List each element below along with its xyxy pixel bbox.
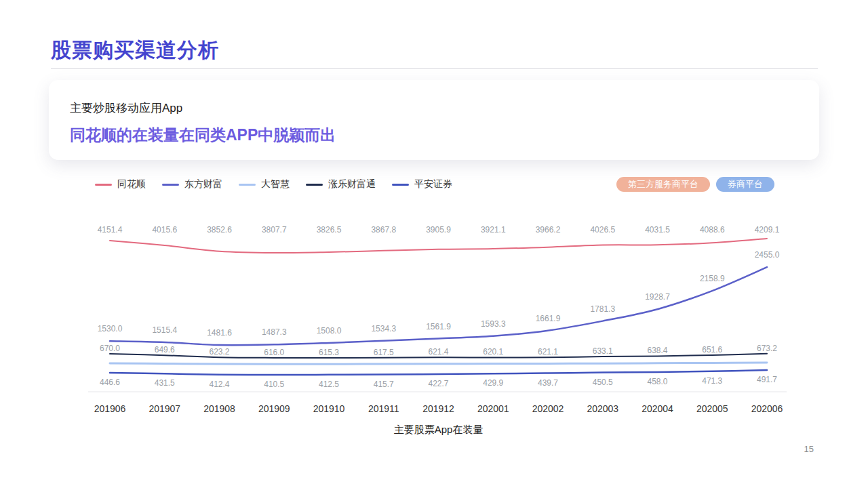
data-label: 446.6 [100,378,120,387]
data-label: 1561.9 [426,322,451,331]
data-label: 422.7 [428,379,448,388]
tag-third-party-platform: 第三方服务商平台 [616,177,710,192]
data-label: 4151.4 [98,225,123,235]
data-label: 638.4 [647,346,667,355]
data-label: 649.6 [155,345,175,354]
page-title: 股票购买渠道分析 [51,37,219,64]
data-label: 1487.3 [262,327,287,337]
card-subtitle: 主要炒股移动应用App [70,100,182,116]
data-label: 3966.2 [536,225,561,235]
data-label: 2158.9 [700,274,725,283]
data-label: 621.1 [538,347,558,357]
data-label: 3905.9 [426,225,451,235]
data-label: 1661.9 [536,314,561,323]
data-label: 3826.5 [317,225,342,235]
x-axis-tick-label: 201911 [368,403,399,414]
x-axis-tick-label: 201906 [94,403,126,414]
x-axis-tick-label: 201910 [313,403,345,414]
series-line-4 [110,370,767,375]
legend-item-4: 平安证券 [392,178,452,190]
data-label: 4026.5 [590,225,615,235]
legend-item-0: 同花顺 [95,178,146,190]
data-label: 1481.6 [207,328,232,338]
legend-label: 东方财富 [184,178,222,190]
data-label: 615.3 [319,348,339,357]
legend-item-2: 大智慧 [239,178,290,190]
legend-swatch [392,184,409,186]
data-label: 3807.7 [262,225,287,235]
x-axis-tick-label: 202004 [642,403,673,414]
data-label: 651.6 [702,345,722,354]
card-headline: 同花顺的在装量在同类APP中脱颖而出 [70,125,336,146]
legend-label: 平安证券 [414,178,452,190]
data-label: 623.2 [209,347,229,357]
data-label: 1508.0 [317,326,342,336]
x-axis-tick-label: 202005 [696,403,728,414]
data-label: 617.5 [374,348,394,357]
data-label: 1593.3 [481,319,506,329]
data-label: 2455.0 [755,250,780,260]
x-axis-tick-label: 201912 [422,403,454,414]
legend-label: 涨乐财富通 [328,178,376,190]
data-label: 439.7 [538,378,558,388]
x-axis-tick-label: 202001 [477,403,509,414]
data-label: 4015.6 [152,225,177,235]
legend-label: 大智慧 [261,178,290,190]
data-label: 458.0 [647,377,667,386]
presentation-slide: 股票购买渠道分析 主要炒股移动应用App 同花顺的在装量在同类APP中脱颖而出 … [0,0,868,488]
data-label: 4209.1 [755,225,780,235]
legend-swatch [239,184,256,186]
data-label: 410.5 [264,380,284,389]
data-label: 450.5 [593,378,613,387]
legend-swatch [95,184,112,186]
data-label: 616.0 [264,348,284,357]
data-label: 4088.6 [700,225,725,235]
legend-label: 同花顺 [117,178,146,190]
data-label: 3867.8 [371,225,396,235]
data-label: 670.0 [100,344,120,353]
data-label: 415.7 [374,380,394,389]
data-label: 3852.6 [207,225,232,235]
data-label: 431.5 [155,378,175,388]
legend-item-3: 涨乐财富通 [306,178,376,190]
line-chart: 4151.44015.63852.63807.73826.53867.83905… [68,203,800,441]
data-label: 471.3 [702,376,722,386]
series-line-0 [110,239,767,253]
legend-item-1: 东方财富 [162,178,222,190]
tag-broker-platform: 券商平台 [716,177,774,192]
data-label: 429.9 [483,378,503,388]
data-label: 491.7 [757,375,777,384]
legend-swatch [306,184,323,186]
data-label: 412.4 [209,380,229,389]
series-line-2 [110,363,767,364]
data-label: 1781.3 [590,304,615,314]
platform-tags: 第三方服务商平台 券商平台 [616,177,774,192]
x-axis-tick-label: 202002 [532,403,564,414]
x-axis-title: 主要股票App在装量 [394,424,484,435]
headline-card: 主要炒股移动应用App 同花顺的在装量在同类APP中脱颖而出 [49,80,819,160]
x-axis-tick-label: 201909 [258,403,290,414]
title-divider [51,68,818,69]
legend-swatch [162,184,179,186]
data-label: 1530.0 [98,324,123,333]
x-axis-tick-label: 201907 [149,403,180,414]
data-label: 1515.4 [152,325,177,335]
data-label: 620.1 [483,347,503,357]
page-number: 15 [804,444,814,454]
data-label: 3921.1 [481,225,506,235]
data-label: 621.4 [428,347,448,357]
data-label: 4031.5 [645,225,670,235]
x-axis-tick-label: 202006 [751,403,783,414]
x-axis-tick-label: 201908 [203,403,235,414]
data-label: 412.5 [319,380,339,389]
data-label: 1928.7 [645,292,670,302]
chart-legend: 同花顺东方财富大智慧涨乐财富通平安证券 [95,178,452,190]
data-label: 1534.3 [371,324,396,333]
x-axis-tick-label: 202003 [587,403,618,414]
data-label: 633.1 [593,346,613,356]
data-label: 673.2 [757,344,777,353]
